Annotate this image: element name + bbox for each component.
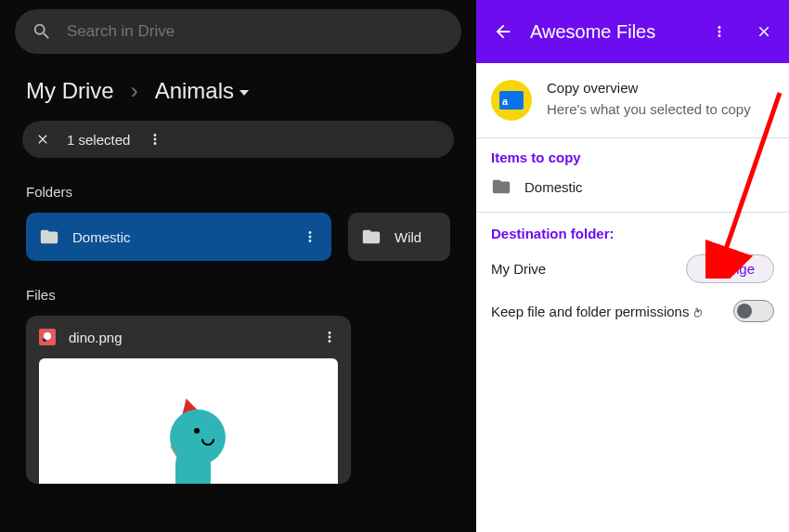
caret-down-icon <box>239 90 249 96</box>
folder-card-domestic[interactable]: Domestic <box>26 213 331 261</box>
folders-row: Domestic Wild <box>0 213 476 261</box>
file-name: dino.png <box>69 330 123 345</box>
folder-name: Domestic <box>72 229 131 245</box>
copy-overview: a Copy overview Here's what you selected… <box>476 63 789 138</box>
more-icon[interactable] <box>321 329 338 345</box>
search-input[interactable] <box>67 22 445 41</box>
file-card[interactable]: dino.png <box>26 316 351 484</box>
overview-title: Copy overview <box>547 80 751 96</box>
back-icon[interactable] <box>493 21 513 42</box>
breadcrumb-current-label: Animals <box>155 78 234 104</box>
destination-section: Destination folder: My Drive Change Keep… <box>476 213 789 335</box>
drive-main-area: My Drive › Animals 1 selected Folders Do… <box>0 0 476 532</box>
keep-permissions-toggle[interactable] <box>733 300 774 322</box>
folder-icon <box>361 227 382 247</box>
overview-subtitle: Here's what you selected to copy <box>547 99 751 119</box>
folder-card-wild[interactable]: Wild <box>348 213 450 261</box>
panel-title: Awesome Files <box>530 21 694 43</box>
search-bar[interactable] <box>15 9 461 54</box>
toggle-knob <box>737 304 752 318</box>
breadcrumb: My Drive › Animals <box>0 54 476 121</box>
panel-header: Awesome Files <box>476 0 789 63</box>
side-panel: Awesome Files a Copy overview Here's wha… <box>476 0 789 532</box>
dino-image <box>142 391 235 484</box>
image-file-icon <box>39 329 56 345</box>
breadcrumb-current[interactable]: Animals <box>155 78 249 104</box>
folder-icon <box>39 227 59 247</box>
badge-letter: a <box>502 96 508 107</box>
items-to-copy-label: Items to copy <box>491 149 774 165</box>
keep-permissions-label: Keep file and folder permissions <box>491 304 689 319</box>
app-badge-icon: a <box>491 80 532 121</box>
file-preview <box>39 358 338 484</box>
destination-path: My Drive <box>491 261 546 277</box>
folders-label: Folders <box>0 158 476 213</box>
items-to-copy-section: Items to copy Domestic <box>476 138 789 213</box>
folder-icon <box>491 176 511 197</box>
selection-bar: 1 selected <box>22 121 454 158</box>
breadcrumb-root[interactable]: My Drive <box>26 78 114 104</box>
more-icon[interactable] <box>711 23 728 40</box>
copy-item-name: Domestic <box>524 179 583 195</box>
selection-count: 1 selected <box>67 132 130 148</box>
clear-selection-icon[interactable] <box>35 132 50 147</box>
search-icon <box>32 21 52 42</box>
chevron-right-icon: › <box>131 78 138 104</box>
change-button[interactable]: Change <box>686 254 774 283</box>
more-icon[interactable] <box>147 131 163 148</box>
cursor-pointer-icon <box>691 303 705 321</box>
more-icon[interactable] <box>302 228 318 245</box>
copy-item-row[interactable]: Domestic <box>491 176 774 197</box>
folder-name: Wild <box>394 229 421 245</box>
close-icon[interactable] <box>756 23 772 40</box>
destination-label: Destination folder: <box>491 226 774 241</box>
files-label: Files <box>0 261 476 316</box>
